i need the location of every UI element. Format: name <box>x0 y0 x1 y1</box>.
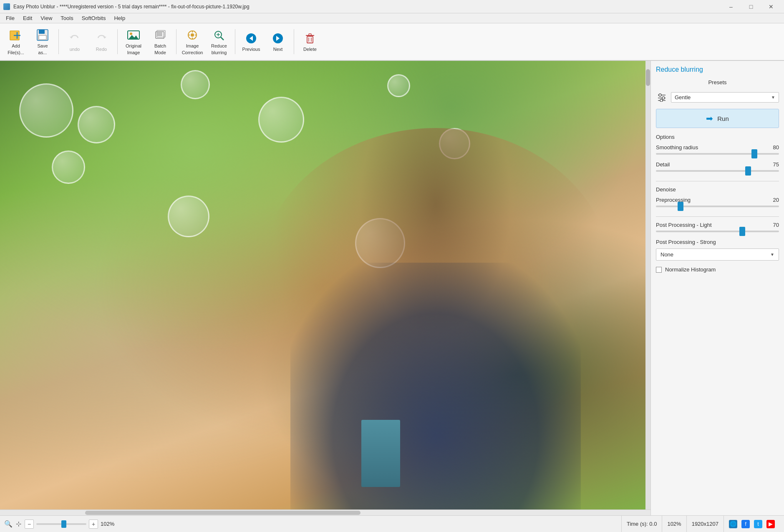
youtube-icon[interactable]: ▶ <box>766 520 775 528</box>
image-inner <box>0 61 650 509</box>
social-links: 🌐 f t ▶ <box>724 520 780 528</box>
teal-container <box>361 420 400 487</box>
scroll-thumb-vertical[interactable] <box>646 69 650 86</box>
right-panel: Reduce blurring Presets Gentle ▼ <box>650 61 784 515</box>
undo-button[interactable]: undo <box>62 25 87 58</box>
main-image[interactable] <box>0 61 645 509</box>
main-content: Reduce blurring Presets Gentle ▼ <box>0 61 784 515</box>
website-icon[interactable]: 🌐 <box>729 520 737 528</box>
previous-label: Previous <box>242 47 260 52</box>
next-icon <box>271 32 285 45</box>
smoothing-radius-track[interactable] <box>656 153 779 155</box>
smoothing-radius-thumb[interactable] <box>751 149 757 158</box>
horizontal-scrollbar[interactable] <box>0 509 650 515</box>
jacket-area <box>290 263 581 509</box>
zoom-controls: − + 102% <box>25 519 119 529</box>
batch-mode-label2: Mode <box>154 50 166 55</box>
svg-point-22 <box>191 33 194 37</box>
menu-tools[interactable]: Tools <box>56 14 77 22</box>
undo-icon <box>68 32 81 45</box>
menu-softorbits[interactable]: SoftOrbits <box>78 14 110 22</box>
detail-header: Detail 75 <box>656 161 779 168</box>
batch-icon <box>154 28 167 42</box>
zoom-out-button[interactable]: − <box>25 519 34 529</box>
detail-thumb[interactable] <box>745 166 751 176</box>
detail-row: Detail 75 <box>656 161 779 172</box>
bubble-3 <box>181 70 210 99</box>
svg-marker-11 <box>129 35 139 39</box>
next-label: Next <box>273 47 283 52</box>
title-text: Easy Photo Unblur - ****Unregistered ver… <box>13 4 250 10</box>
normalize-histogram-checkbox[interactable] <box>656 267 662 273</box>
normalize-histogram-label: Normalize Histogram <box>665 266 716 273</box>
svg-point-10 <box>130 33 132 35</box>
bubble-5 <box>52 151 85 184</box>
preprocessing-label: Preprocessing <box>656 197 691 203</box>
title-bar-left: Easy Photo Unblur - ****Unregistered ver… <box>3 3 250 10</box>
redo-button[interactable]: Redo <box>89 25 114 58</box>
post-processing-light-row: Post Processing - Light 70 <box>656 222 779 232</box>
zoom-slider-track[interactable] <box>36 523 86 525</box>
post-processing-light-label: Post Processing - Light <box>656 222 712 228</box>
vertical-scrollbar[interactable] <box>645 61 650 509</box>
post-processing-light-thumb[interactable] <box>739 227 745 236</box>
preprocessing-thumb[interactable] <box>678 202 683 211</box>
menu-help[interactable]: Help <box>110 14 129 22</box>
maximize-button[interactable]: □ <box>741 0 761 13</box>
zoom-slider-thumb[interactable] <box>61 520 66 528</box>
post-processing-light-header: Post Processing - Light 70 <box>656 222 779 228</box>
presets-label: Presets <box>656 79 779 85</box>
menu-view[interactable]: View <box>36 14 56 22</box>
previous-button[interactable]: Previous <box>239 25 264 58</box>
zoom-in-button[interactable]: + <box>89 519 98 529</box>
status-left: 🔍 ⊹ − + 102% <box>4 519 621 529</box>
post-processing-light-value: 70 <box>767 222 779 228</box>
save-as-button[interactable]: Save as... <box>30 25 55 58</box>
add-icon <box>9 28 23 42</box>
save-icon <box>36 28 49 42</box>
svg-rect-4 <box>39 30 45 34</box>
svg-marker-7 <box>70 37 73 38</box>
batch-mode-button[interactable]: Batch Mode <box>148 25 173 58</box>
status-right: Time (s): 0.0 102% 1920x1207 🌐 f t ▶ <box>621 516 780 532</box>
reduce-blurring-button[interactable]: Reduce blurring <box>207 25 232 58</box>
preprocessing-track[interactable] <box>656 206 779 207</box>
menu-bar: File Edit View Tools SoftOrbits Help <box>0 13 784 23</box>
scroll-thumb-horizontal[interactable] <box>85 511 360 515</box>
delete-button[interactable]: Delete <box>297 25 323 58</box>
status-bar: 🔍 ⊹ − + 102% Time (s): 0.0 102% 1920x120… <box>0 515 784 532</box>
preprocessing-header: Preprocessing 20 <box>656 197 779 203</box>
save-as-label: Save <box>37 43 48 48</box>
run-button[interactable]: ➡ Run <box>656 109 779 128</box>
detail-track[interactable] <box>656 170 779 172</box>
facebook-icon[interactable]: f <box>741 520 750 528</box>
close-button[interactable]: ✕ <box>761 0 781 13</box>
crop-icon: ⊹ <box>16 520 21 528</box>
panel-title: Reduce blurring <box>656 66 779 73</box>
image-correction-button[interactable]: Image Correction <box>180 25 205 58</box>
menu-edit[interactable]: Edit <box>19 14 36 22</box>
divider-2 <box>656 216 779 217</box>
post-processing-light-track[interactable] <box>656 231 779 232</box>
add-files-label2: File(s)... <box>8 50 24 55</box>
smoothing-radius-row: Smoothing radius 80 <box>656 144 779 155</box>
add-files-label: Add <box>12 43 20 48</box>
post-processing-strong-dropdown[interactable]: None ▼ <box>656 248 779 261</box>
presets-dropdown[interactable]: Gentle ▼ <box>671 92 779 103</box>
add-files-button[interactable]: Add File(s)... <box>3 25 28 58</box>
svg-point-37 <box>659 94 661 96</box>
presets-arrow-icon: ▼ <box>771 95 775 100</box>
zoom-status: 102% <box>662 516 686 532</box>
correction-icon <box>186 28 199 42</box>
post-processing-strong-selected: None <box>660 251 673 258</box>
redo-label: Redo <box>96 47 107 52</box>
detail-value: 75 <box>767 161 779 168</box>
prev-icon <box>245 32 258 45</box>
next-button[interactable]: Next <box>265 25 290 58</box>
twitter-icon[interactable]: t <box>754 520 762 528</box>
original-image-button[interactable]: Original Image <box>121 25 146 58</box>
menu-file[interactable]: File <box>2 14 19 22</box>
minimize-button[interactable]: – <box>721 0 741 13</box>
bubble-7 <box>168 196 209 237</box>
normalize-histogram-row: Normalize Histogram <box>656 266 779 273</box>
